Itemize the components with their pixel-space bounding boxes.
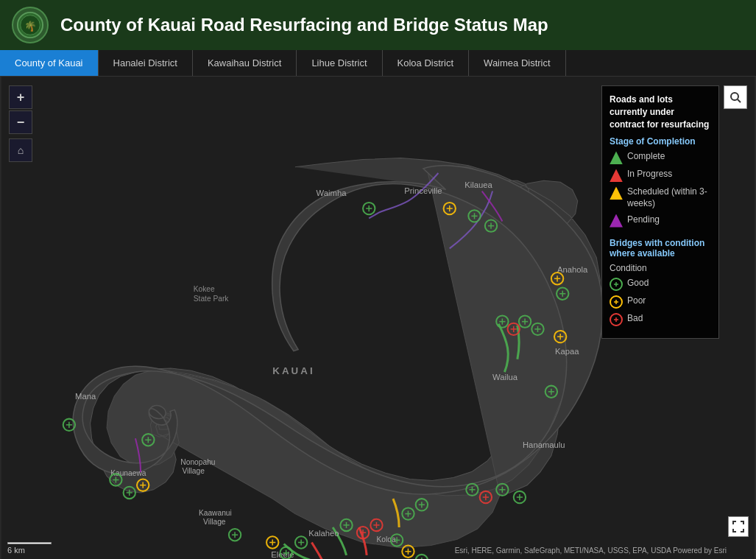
svg-text:Village: Village: [203, 518, 226, 526]
legend-item-scheduled: Scheduled (within 3-weeks): [610, 186, 711, 209]
svg-text:Hanamaulu: Hanamaulu: [523, 440, 565, 449]
svg-text:Kalaheo: Kalaheo: [308, 529, 339, 538]
legend-bad-label: Bad: [627, 313, 643, 325]
navbar-item-county-of-kauai[interactable]: County of Kauai: [0, 50, 99, 76]
map-container: Waimha Princeville Kilauea Anahola Kokee…: [0, 77, 756, 559]
navbar-item-waimea-district[interactable]: Waimea District: [469, 50, 566, 76]
legend-item-complete: Complete: [610, 151, 711, 164]
scale-line: [7, 542, 52, 544]
svg-text:Wailua: Wailua: [492, 373, 518, 382]
legend-inprogress-label: In Progress: [627, 169, 672, 180]
legend-condition-title: Condition: [610, 263, 711, 273]
legend-item-good: Good: [610, 278, 711, 291]
navbar-item-hanalei-district[interactable]: Hanalei District: [99, 50, 193, 76]
svg-text:Kapaa: Kapaa: [555, 347, 579, 356]
legend-item-bad: Bad: [610, 313, 711, 326]
fullscreen-button[interactable]: [728, 516, 749, 537]
svg-text:Kilauea: Kilauea: [464, 180, 492, 189]
search-button[interactable]: [724, 85, 747, 109]
legend-item-inprogress: In Progress: [610, 169, 711, 182]
svg-line-131: [738, 99, 741, 102]
scheduled-color-icon: [610, 186, 623, 200]
legend-complete-label: Complete: [627, 151, 665, 163]
legend-item-pending: Pending: [610, 214, 711, 228]
scale-bar: 6 km: [7, 542, 52, 555]
zoom-out-button[interactable]: −: [9, 110, 32, 134]
legend-item-poor: Poor: [610, 295, 711, 309]
legend-scheduled-label: Scheduled (within 3-weeks): [627, 186, 711, 209]
map-controls: + − ⌂: [9, 85, 32, 162]
home-button[interactable]: ⌂: [9, 138, 32, 162]
svg-text:Princeville: Princeville: [404, 186, 442, 195]
navbar-item-lihue-district[interactable]: Lihue District: [297, 50, 382, 76]
scale-label: 6 km: [7, 546, 25, 555]
svg-text:KAUAI: KAUAI: [272, 365, 314, 376]
svg-text:Mana: Mana: [75, 392, 96, 401]
svg-text:Kokee: Kokee: [194, 285, 215, 293]
logo: 🌴: [12, 7, 49, 43]
legend-bridges-title: Bridges with condition where available: [610, 238, 711, 259]
svg-text:🌴: 🌴: [24, 20, 37, 32]
inprogress-color-icon: [610, 169, 623, 182]
header: 🌴 County of Kauai Road Resurfacing and B…: [0, 0, 756, 50]
svg-point-130: [731, 93, 738, 100]
svg-text:Anahola: Anahola: [557, 265, 588, 274]
navbar: County of KauaiHanalei DistrictKawaihau …: [0, 50, 756, 77]
bad-bridge-icon: [610, 313, 623, 326]
legend-stage-title: Stage of Completion: [610, 136, 711, 147]
navbar-item-kawaihau-district[interactable]: Kawaihau District: [193, 50, 297, 76]
page-title: County of Kauai Road Resurfacing and Bri…: [60, 15, 548, 35]
legend-pending-label: Pending: [627, 214, 660, 226]
svg-text:Kaawanui: Kaawanui: [199, 509, 232, 517]
legend-good-label: Good: [627, 278, 649, 289]
svg-text:Nonopahu: Nonopahu: [180, 458, 215, 466]
svg-text:Village: Village: [182, 467, 205, 475]
zoom-in-button[interactable]: +: [9, 85, 32, 109]
pending-color-icon: [610, 214, 623, 228]
svg-text:Waimha: Waimha: [317, 189, 347, 197]
attribution: Esri, HERE, Garmin, SafeGraph, METI/NASA…: [455, 546, 727, 555]
legend-poor-label: Poor: [627, 295, 646, 307]
navbar-item-koloa-district[interactable]: Koloa District: [383, 50, 470, 76]
svg-text:State Park: State Park: [194, 295, 230, 303]
svg-text:Koloa: Koloa: [376, 535, 395, 544]
good-bridge-icon: [610, 278, 623, 291]
poor-bridge-icon: [610, 295, 623, 309]
legend-roads-title: Roads and lots currently under contract …: [610, 94, 711, 130]
legend-panel: Roads and lots currently under contract …: [601, 85, 719, 339]
complete-color-icon: [610, 151, 623, 164]
